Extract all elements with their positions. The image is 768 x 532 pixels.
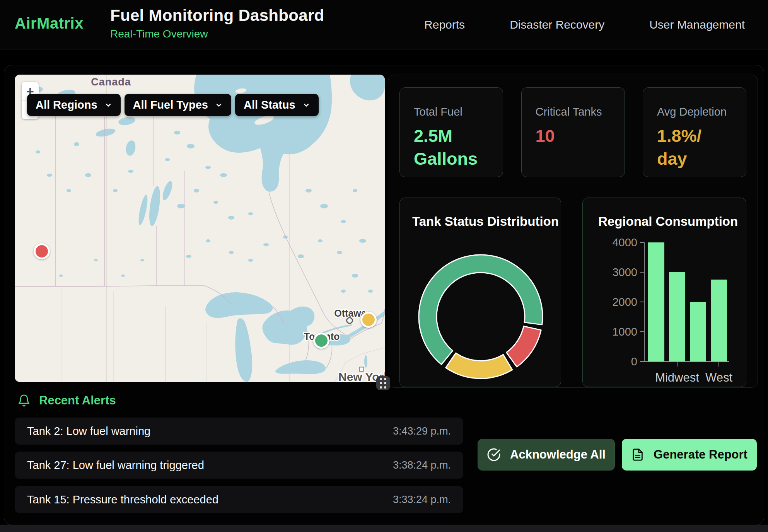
map-label-country: Canada — [91, 76, 131, 88]
acknowledge-all-button[interactable]: Acknowledge All — [478, 439, 615, 471]
svg-text:0: 0 — [631, 355, 637, 368]
region-filter-dropdown[interactable]: All Regions — [27, 94, 121, 116]
page-title: Fuel Monitoring Dashboard — [110, 6, 324, 25]
alerts-header: Recent Alerts — [17, 394, 116, 408]
stat-card-avg-depletion: Avg Depletion 1.8%/​day — [643, 87, 746, 177]
svg-text:4000: 4000 — [612, 237, 637, 249]
stat-value: 10 — [536, 124, 609, 147]
page-subtitle: Real-Time Overview — [110, 28, 324, 40]
nav-disaster-recovery[interactable]: Disaster Recovery — [510, 18, 604, 31]
fuel-type-filter-dropdown[interactable]: All Fuel Types — [125, 94, 231, 116]
map-filter-bar: All Regions All Fuel Types All Status — [27, 94, 319, 116]
region-filter-label: All Regions — [36, 99, 97, 111]
alert-timestamp: 3:38:24 p.m. — [393, 459, 451, 471]
stat-label: Critical Tanks — [536, 106, 615, 118]
nav-reports[interactable]: Reports — [424, 18, 465, 31]
alert-message: Tank 15: Pressure threshold exceeded — [27, 493, 218, 506]
regional-consumption-bar-chart: 01000200030004000MidwestWest — [583, 237, 747, 387]
alert-row[interactable]: Tank 2: Low fuel warning 3:43:29 p.m. — [15, 418, 463, 445]
stat-card-critical-tanks: Critical Tanks 10 — [521, 87, 625, 177]
brand-logo: AirMatrix — [15, 15, 84, 32]
tank-status-donut-chart — [400, 237, 561, 387]
chart-title: Tank Status Distribution — [412, 214, 559, 229]
stat-value: 2.5M Gallons — [414, 124, 487, 171]
alerts-title-text: Recent Alerts — [39, 394, 116, 408]
alert-timestamp: 3:43:29 p.m. — [393, 425, 451, 437]
chevron-down-icon — [215, 101, 223, 109]
stat-card-total-fuel: Total Fuel 2.5M Gallons — [399, 87, 503, 177]
chevron-down-icon — [104, 101, 112, 109]
acknowledge-all-label: Acknowledge All — [510, 448, 606, 462]
bell-icon — [17, 394, 31, 407]
regional-consumption-chart-card: Regional Consumption 01000200030004000Mi… — [582, 198, 746, 387]
stat-label: Total Fuel — [414, 106, 493, 118]
ottawa-town-icon — [346, 317, 353, 324]
map-canvas: Canada Ottawa Toronto New York — [15, 75, 385, 382]
tank-map[interactable]: Canada Ottawa Toronto New York + − All R… — [15, 75, 385, 382]
main-nav: Reports Disaster Recovery User Managemen… — [424, 0, 745, 49]
chart-title: Regional Consumption — [598, 214, 738, 229]
svg-text:West: West — [705, 371, 732, 384]
charts-row: Tank Status Distribution Regional Consum… — [399, 198, 746, 387]
stats-row: Total Fuel 2.5M Gallons Critical Tanks 1… — [399, 87, 746, 177]
generate-report-label: Generate Report — [654, 448, 748, 462]
metrics-panel: Total Fuel 2.5M Gallons Critical Tanks 1… — [388, 75, 758, 388]
stat-label: Avg Depletion — [657, 106, 737, 118]
alert-message: Tank 27: Low fuel warning triggered — [27, 459, 204, 472]
stat-value: 1.8%/​day — [657, 124, 730, 171]
svg-text:Midwest: Midwest — [655, 371, 699, 384]
chevron-down-icon — [302, 101, 310, 109]
tank-status-chart-card: Tank Status Distribution — [399, 198, 561, 387]
generate-report-button[interactable]: Generate Report — [622, 439, 757, 471]
alert-row[interactable]: Tank 15: Pressure threshold exceeded 3:3… — [15, 486, 463, 513]
svg-text:2000: 2000 — [612, 296, 637, 308]
tank-marker-normal[interactable] — [313, 332, 329, 349]
check-circle-icon — [487, 448, 501, 462]
status-filter-label: All Status — [244, 99, 295, 111]
town-dot-icon — [359, 367, 364, 372]
map-resize-handle[interactable] — [376, 376, 390, 390]
svg-text:3000: 3000 — [612, 266, 637, 278]
tank-marker-critical[interactable] — [34, 243, 50, 259]
alert-timestamp: 3:33:24 p.m. — [393, 494, 451, 506]
page-background-strip — [0, 525, 768, 532]
tank-marker-warning[interactable] — [360, 312, 377, 328]
nav-user-management[interactable]: User Management — [649, 18, 745, 31]
file-text-icon — [631, 448, 644, 461]
top-bar: AirMatrix Fuel Monitoring Dashboard Real… — [0, 0, 768, 49]
fuel-type-filter-label: All Fuel Types — [133, 99, 208, 111]
status-filter-dropdown[interactable]: All Status — [235, 94, 319, 116]
alert-row[interactable]: Tank 27: Low fuel warning triggered 3:38… — [15, 452, 463, 479]
title-block: Fuel Monitoring Dashboard Real-Time Over… — [110, 6, 324, 40]
alert-message: Tank 2: Low fuel warning — [27, 425, 150, 438]
svg-text:1000: 1000 — [612, 326, 637, 338]
